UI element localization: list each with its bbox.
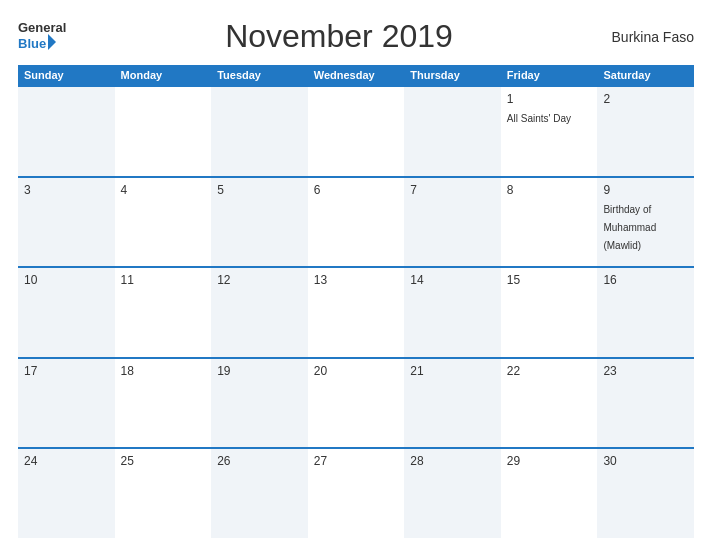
day-number: 10 bbox=[24, 273, 109, 287]
day-number: 4 bbox=[121, 183, 206, 197]
country-name: Burkina Faso bbox=[612, 29, 694, 45]
day-header-tuesday: Tuesday bbox=[211, 65, 308, 85]
day-number: 5 bbox=[217, 183, 302, 197]
day-header-sunday: Sunday bbox=[18, 65, 115, 85]
cal-cell: 12 bbox=[211, 268, 308, 357]
cal-cell bbox=[18, 87, 115, 176]
day-number: 12 bbox=[217, 273, 302, 287]
day-number: 11 bbox=[121, 273, 206, 287]
cal-cell: 15 bbox=[501, 268, 598, 357]
cal-cell: 5 bbox=[211, 178, 308, 267]
cal-cell bbox=[115, 87, 212, 176]
day-number: 28 bbox=[410, 454, 495, 468]
cal-cell: 17 bbox=[18, 359, 115, 448]
cal-cell: 2 bbox=[597, 87, 694, 176]
day-number: 24 bbox=[24, 454, 109, 468]
cal-cell: 23 bbox=[597, 359, 694, 448]
day-number: 6 bbox=[314, 183, 399, 197]
day-header-thursday: Thursday bbox=[404, 65, 501, 85]
day-number: 27 bbox=[314, 454, 399, 468]
cal-cell: 9Birthday of Muhammad (Mawlid) bbox=[597, 178, 694, 267]
logo-triangle-icon bbox=[48, 34, 56, 50]
day-number: 20 bbox=[314, 364, 399, 378]
cal-cell: 6 bbox=[308, 178, 405, 267]
week-row-1: 1All Saints' Day2 bbox=[18, 85, 694, 176]
cal-cell: 18 bbox=[115, 359, 212, 448]
cal-cell: 4 bbox=[115, 178, 212, 267]
cal-cell: 21 bbox=[404, 359, 501, 448]
day-number: 26 bbox=[217, 454, 302, 468]
day-number: 14 bbox=[410, 273, 495, 287]
calendar-title: November 2019 bbox=[66, 18, 611, 55]
day-number: 16 bbox=[603, 273, 688, 287]
cal-cell: 28 bbox=[404, 449, 501, 538]
day-number: 23 bbox=[603, 364, 688, 378]
week-row-4: 17181920212223 bbox=[18, 357, 694, 448]
cal-cell bbox=[404, 87, 501, 176]
day-number: 17 bbox=[24, 364, 109, 378]
cal-cell: 14 bbox=[404, 268, 501, 357]
day-event: Birthday of Muhammad (Mawlid) bbox=[603, 204, 656, 251]
cal-cell: 22 bbox=[501, 359, 598, 448]
day-number: 13 bbox=[314, 273, 399, 287]
cal-cell: 25 bbox=[115, 449, 212, 538]
cal-cell: 20 bbox=[308, 359, 405, 448]
cal-cell: 11 bbox=[115, 268, 212, 357]
cal-cell bbox=[211, 87, 308, 176]
cal-cell: 8 bbox=[501, 178, 598, 267]
cal-cell: 13 bbox=[308, 268, 405, 357]
day-number: 8 bbox=[507, 183, 592, 197]
day-number: 30 bbox=[603, 454, 688, 468]
day-number: 2 bbox=[603, 92, 688, 106]
day-number: 29 bbox=[507, 454, 592, 468]
page-header: General Blue November 2019 Burkina Faso bbox=[18, 18, 694, 55]
cal-cell: 19 bbox=[211, 359, 308, 448]
week-row-2: 3456789Birthday of Muhammad (Mawlid) bbox=[18, 176, 694, 267]
day-number: 15 bbox=[507, 273, 592, 287]
cal-cell: 3 bbox=[18, 178, 115, 267]
cal-cell: 26 bbox=[211, 449, 308, 538]
day-number: 25 bbox=[121, 454, 206, 468]
logo-blue-text: Blue bbox=[18, 37, 46, 50]
day-number: 1 bbox=[507, 92, 592, 106]
day-number: 7 bbox=[410, 183, 495, 197]
cal-cell: 24 bbox=[18, 449, 115, 538]
day-number: 3 bbox=[24, 183, 109, 197]
calendar: SundayMondayTuesdayWednesdayThursdayFrid… bbox=[18, 65, 694, 538]
cal-cell: 29 bbox=[501, 449, 598, 538]
day-header-monday: Monday bbox=[115, 65, 212, 85]
day-header-wednesday: Wednesday bbox=[308, 65, 405, 85]
cal-cell bbox=[308, 87, 405, 176]
week-row-5: 24252627282930 bbox=[18, 447, 694, 538]
day-number: 18 bbox=[121, 364, 206, 378]
day-number: 22 bbox=[507, 364, 592, 378]
day-number: 9 bbox=[603, 183, 688, 197]
cal-cell: 7 bbox=[404, 178, 501, 267]
calendar-body: 1All Saints' Day23456789Birthday of Muha… bbox=[18, 85, 694, 538]
calendar-header-row: SundayMondayTuesdayWednesdayThursdayFrid… bbox=[18, 65, 694, 85]
day-number: 19 bbox=[217, 364, 302, 378]
day-header-friday: Friday bbox=[501, 65, 598, 85]
cal-cell: 1All Saints' Day bbox=[501, 87, 598, 176]
day-number: 21 bbox=[410, 364, 495, 378]
cal-cell: 16 bbox=[597, 268, 694, 357]
day-event: All Saints' Day bbox=[507, 113, 571, 124]
logo: General Blue bbox=[18, 21, 66, 52]
logo-general-text: General bbox=[18, 21, 66, 34]
day-header-saturday: Saturday bbox=[597, 65, 694, 85]
cal-cell: 10 bbox=[18, 268, 115, 357]
cal-cell: 27 bbox=[308, 449, 405, 538]
cal-cell: 30 bbox=[597, 449, 694, 538]
week-row-3: 10111213141516 bbox=[18, 266, 694, 357]
